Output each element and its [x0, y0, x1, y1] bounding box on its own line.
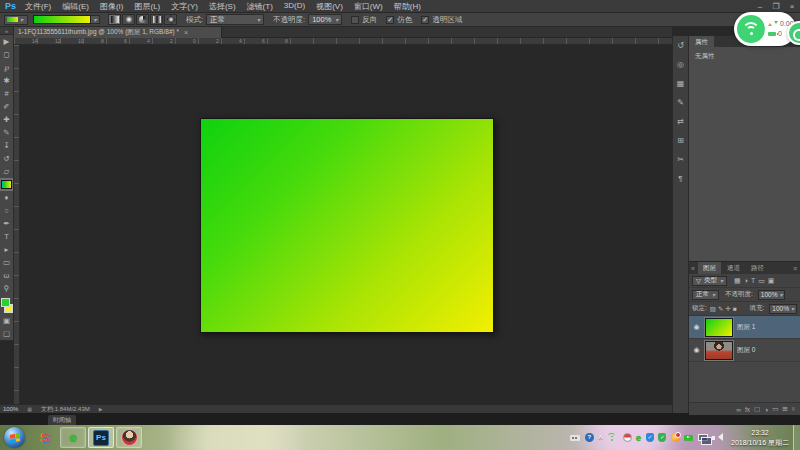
layer-group-icon[interactable]: ▭ [772, 405, 778, 413]
linear-gradient-button[interactable] [108, 14, 121, 25]
lasso-tool-icon[interactable]: ℘ [0, 61, 13, 74]
tray-usb-icon[interactable] [684, 435, 693, 441]
path-select-tool-icon[interactable]: ▸ [0, 243, 13, 256]
taskbar-sogou-button[interactable]: S [32, 427, 58, 448]
menu-file[interactable]: 文件(F) [25, 1, 51, 12]
marquee-tool-icon[interactable]: ◻ [0, 48, 13, 61]
type-tool-icon[interactable]: T [0, 230, 13, 243]
tray-green-shield-icon[interactable]: ✓ [658, 433, 666, 442]
tool-presets-panel-icon[interactable]: ⇄ [677, 118, 684, 126]
blend-mode-select[interactable]: 正常 ▾ [206, 14, 264, 25]
gradient-tool-icon[interactable] [0, 178, 13, 191]
menu-image[interactable]: 图像(I) [100, 1, 124, 12]
timeline-tab[interactable]: 时间轴 [48, 415, 76, 425]
shape-filter-icon[interactable]: ▭ [758, 277, 765, 285]
minimize-button[interactable]: – [752, 0, 768, 13]
wifi-icon[interactable] [737, 15, 765, 43]
tray-wifi-icon[interactable] [607, 433, 618, 442]
eyedropper-tool-icon[interactable]: ✐ [0, 100, 13, 113]
help-tray-icon[interactable]: ? [585, 433, 594, 442]
tray-red-ball-icon[interactable] [623, 433, 632, 442]
menu-window[interactable]: 窗口(W) [354, 1, 383, 12]
layer-style-icon[interactable]: fx [745, 406, 750, 413]
quick-select-tool-icon[interactable]: ✱ [0, 74, 13, 87]
transparency-checkbox[interactable]: ✓ 透明区域 [421, 15, 462, 25]
tray-blue-shield-icon[interactable]: ✓ [646, 433, 654, 442]
clone-source-panel-icon[interactable]: ⊞ [677, 137, 684, 145]
eraser-tool-icon[interactable]: ▱ [0, 165, 13, 178]
styles-panel-icon[interactable]: ✂ [677, 156, 684, 164]
layer-name[interactable]: 图层 0 [737, 346, 755, 355]
menu-edit[interactable]: 编辑(E) [62, 1, 89, 12]
layer-row-0[interactable]: ◉ 图层 0 [689, 339, 800, 362]
menu-3d[interactable]: 3D(D) [284, 1, 305, 12]
zoom-level-field[interactable]: 100% [3, 406, 18, 412]
link-layers-icon[interactable]: ∞ [736, 406, 741, 413]
healing-brush-tool-icon[interactable]: ✚ [0, 113, 13, 126]
crop-tool-icon[interactable]: # [0, 87, 13, 100]
tray-browser-icon[interactable]: e [636, 433, 641, 443]
layer-fill-field[interactable]: 100% ▾ [769, 304, 797, 314]
adjustment-filter-icon[interactable]: ◑ [744, 277, 748, 285]
swatches-panel-icon[interactable]: ▦ [677, 80, 685, 88]
clone-stamp-tool-icon[interactable]: ↧ [0, 139, 13, 152]
taskbar-browser-button[interactable]: e [60, 427, 86, 448]
adjustment-layer-icon[interactable]: ◑ [764, 406, 768, 413]
hand-tool-icon[interactable]: ω [0, 269, 13, 282]
layer-name[interactable]: 图层 1 [737, 323, 755, 332]
status-expand-icon[interactable]: ▶ [99, 406, 103, 412]
lock-paint-icon[interactable]: ✎ [718, 305, 723, 313]
tool-preset-picker[interactable]: ▾ [4, 15, 28, 25]
smart-object-filter-icon[interactable]: ▣ [768, 277, 775, 285]
layer-mask-icon[interactable]: ▢ [754, 405, 760, 413]
taskbar-clock[interactable]: 23:32 2018/10/16 星期二 [731, 428, 789, 447]
pen-tool-icon[interactable]: ✒ [0, 217, 13, 230]
new-layer-icon[interactable]: ⊞ [782, 405, 787, 413]
angle-gradient-button[interactable] [136, 14, 149, 25]
taskbar-photoshop-button[interactable]: Ps [88, 427, 114, 448]
lock-transparency-icon[interactable]: ▨ [710, 305, 716, 313]
radial-gradient-button[interactable] [122, 14, 135, 25]
paragraph-panel-icon[interactable]: ¶ [678, 175, 682, 183]
close-button[interactable]: × [784, 0, 800, 13]
tools-panel-collapse-icon[interactable]: » [0, 27, 13, 35]
brush-tool-icon[interactable]: ✎ [0, 126, 13, 139]
start-button[interactable] [4, 427, 25, 448]
move-tool-icon[interactable]: ▶ [0, 35, 13, 48]
visibility-eye-icon[interactable]: ◉ [692, 346, 701, 354]
visibility-eye-icon[interactable]: ◉ [692, 323, 701, 331]
menu-filter[interactable]: 滤镜(T) [247, 1, 273, 12]
lock-position-icon[interactable]: ✛ [725, 305, 730, 313]
quick-mask-button-icon[interactable]: ▣ [0, 314, 13, 327]
type-filter-icon[interactable]: T [751, 277, 755, 285]
diamond-gradient-button[interactable] [164, 14, 177, 25]
dodge-tool-icon[interactable]: ○ [0, 204, 13, 217]
layer-filter-select[interactable]: ▽ 类型 ▾ [692, 276, 727, 286]
show-desktop-button[interactable] [793, 425, 800, 450]
input-keyboard-icon[interactable] [570, 435, 580, 441]
panel-menu-icon[interactable]: ≡ [793, 265, 797, 272]
history-panel-icon[interactable]: ↺ [677, 42, 684, 50]
tab-channels[interactable]: 通道 [722, 262, 745, 274]
reverse-checkbox[interactable]: ✓ 反向 [351, 15, 377, 25]
tab-paths[interactable]: 路径 [746, 262, 769, 274]
tab-close-icon[interactable]: × [184, 29, 188, 36]
menu-help[interactable]: 帮助(H) [394, 1, 421, 12]
zoom-tool-icon[interactable]: ⚲ [0, 282, 13, 295]
tray-network-monitors-icon[interactable] [698, 434, 708, 441]
lock-all-icon[interactable]: ■ [733, 305, 737, 313]
pixel-filter-icon[interactable]: ▦ [734, 277, 741, 285]
taskbar-avatar-button[interactable] [116, 427, 142, 448]
history-brush-tool-icon[interactable]: ↺ [0, 152, 13, 165]
brush-panel-icon[interactable]: ✎ [677, 99, 684, 107]
layer-thumbnail-photo[interactable] [705, 341, 733, 360]
tray-notification-icon[interactable] [671, 433, 680, 442]
menu-layer[interactable]: 图层(L) [134, 1, 160, 12]
tab-properties[interactable]: 属性 [689, 36, 714, 47]
adjustments-panel-icon[interactable]: ◎ [677, 61, 684, 69]
document-tab[interactable]: 1-1FQ113555611thumb.jpg @ 100% (图层 1, RG… [14, 27, 222, 38]
shape-tool-icon[interactable]: ▭ [0, 256, 13, 269]
menu-type[interactable]: 文字(Y) [171, 1, 198, 12]
reflected-gradient-button[interactable] [150, 14, 163, 25]
foreground-color-swatch[interactable] [1, 298, 10, 307]
